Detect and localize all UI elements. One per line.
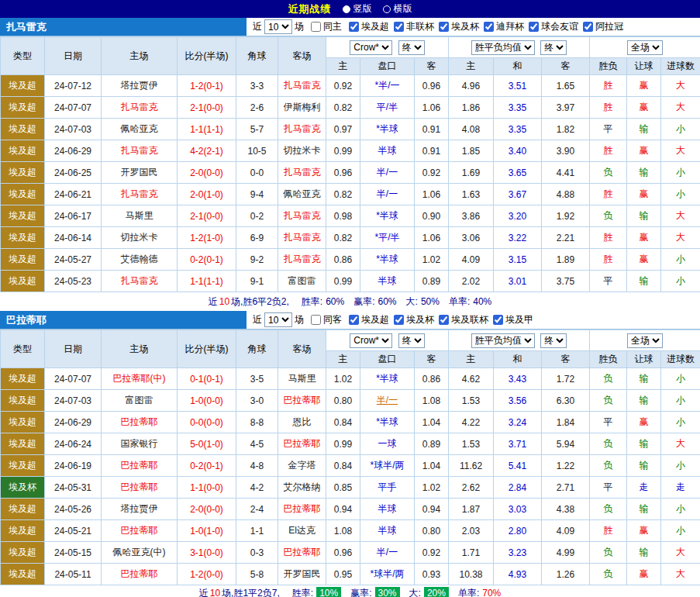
recent-count-select[interactable]: 10: [264, 19, 292, 34]
cell-home-team[interactable]: 扎马雷克: [102, 184, 178, 205]
cell-away-team[interactable]: 艾尔格纳: [278, 477, 326, 499]
cell-home-team[interactable]: 富图雷: [102, 390, 178, 412]
competition-checkbox[interactable]: [529, 22, 539, 32]
cell-away-team[interactable]: 切拉米卡: [278, 140, 326, 162]
cell-home-team[interactable]: 巴拉蒂耶: [102, 455, 178, 477]
same-venue-checkbox[interactable]: [311, 315, 321, 325]
cell-home-team[interactable]: 巴拉蒂耶(中): [102, 368, 178, 390]
stat-label: 大:: [409, 587, 421, 597]
cell-home-team[interactable]: 塔拉贾伊: [102, 499, 178, 520]
stat-value: 40%: [473, 296, 491, 307]
cell-away-team[interactable]: 恩比: [278, 412, 326, 433]
col-header-asia-away: 客: [415, 58, 449, 75]
cell-away-team[interactable]: 金字塔: [278, 455, 326, 477]
odds-stage-select[interactable]: 终: [398, 40, 425, 55]
cell-home-team[interactable]: 塔拉贾伊: [102, 75, 178, 97]
cell-score: 1-0(1-0): [178, 520, 236, 542]
competition-checkbox[interactable]: [394, 22, 404, 32]
cell-corner: 9-2: [236, 249, 278, 271]
cell-asia-home-odds: 0.98: [326, 205, 360, 227]
stat-label: 赢率:: [350, 587, 371, 597]
cell-home-team[interactable]: 马斯里: [102, 205, 178, 227]
odds-stage-select[interactable]: 终: [398, 333, 425, 348]
competition-filter[interactable]: 球会友谊: [524, 20, 578, 33]
competition-filter[interactable]: 埃及杯: [434, 20, 479, 33]
competition-checkbox[interactable]: [439, 315, 449, 325]
competition-checkbox[interactable]: [583, 22, 593, 32]
match-scope-select[interactable]: 全场: [627, 40, 663, 55]
bookmaker-select[interactable]: Crow*: [350, 333, 392, 348]
cell-home-team[interactable]: 国家银行: [102, 433, 178, 455]
competition-checkbox[interactable]: [349, 22, 359, 32]
cell-eu-home-odds: 3.86: [449, 205, 494, 227]
cell-eu-away-odds: 4.09: [542, 520, 590, 542]
competition-filter[interactable]: 埃及甲: [488, 313, 533, 326]
competition-filter[interactable]: 迪拜杯: [479, 20, 524, 33]
recent-count-select[interactable]: 10: [264, 312, 292, 327]
avg-stage-select[interactable]: 终: [540, 40, 567, 55]
competition-checkbox[interactable]: [394, 315, 404, 325]
cell-home-team[interactable]: 巴拉蒂耶: [102, 564, 178, 585]
cell-away-team[interactable]: 马斯里: [278, 368, 326, 390]
cell-away-team[interactable]: 扎马雷克: [278, 75, 326, 97]
cell-home-team[interactable]: 巴拉蒂耶: [102, 412, 178, 433]
cell-away-team[interactable]: 开罗国民: [278, 564, 326, 585]
cell-away-team[interactable]: 伊斯梅利: [278, 97, 326, 119]
col-header-goals: 进球数: [661, 58, 700, 75]
cell-home-team[interactable]: 巴拉蒂耶: [102, 477, 178, 499]
cell-home-team[interactable]: 切拉米卡: [102, 227, 178, 249]
cell-handicap: 半/一: [360, 390, 415, 412]
cell-away-team[interactable]: 扎马雷克: [278, 249, 326, 271]
cell-away-team[interactable]: 巴拉蒂耶: [278, 499, 326, 520]
cell-away-team[interactable]: 扎马雷克: [278, 227, 326, 249]
avg-stage-select[interactable]: 终: [540, 333, 567, 348]
cell-away-team[interactable]: 扎马雷克: [278, 162, 326, 184]
cell-away-team[interactable]: 佩哈亚克: [278, 184, 326, 205]
same-venue-filter[interactable]: 同主: [306, 20, 342, 33]
cell-eu-away-odds: 1.72: [542, 368, 590, 390]
avg-odds-select[interactable]: 胜平负均值: [471, 40, 535, 55]
competition-filter[interactable]: 埃及联杯: [434, 313, 488, 326]
match-scope-select[interactable]: 全场: [627, 333, 663, 348]
layout-radio-vertical[interactable]: 竖版: [343, 2, 372, 16]
bookmaker-select[interactable]: Crow*: [350, 40, 392, 55]
competition-filter[interactable]: 埃及杯: [389, 313, 434, 326]
cell-asia-home-odds: 0.84: [326, 455, 360, 477]
cell-goals: 小: [661, 412, 700, 433]
competition-filter[interactable]: 阿拉冠: [578, 20, 623, 33]
competition-checkbox[interactable]: [439, 22, 449, 32]
same-venue-filter[interactable]: 同客: [306, 313, 342, 326]
competition-filter[interactable]: 埃及超: [344, 313, 389, 326]
cell-home-team[interactable]: 艾德翰德: [102, 249, 178, 271]
competition-checkbox[interactable]: [349, 315, 359, 325]
cell-away-team[interactable]: El达克: [278, 520, 326, 542]
competition-checkbox[interactable]: [484, 22, 494, 32]
cell-eu-draw-odds: 3.03: [494, 499, 542, 520]
col-header-eu-away: 客: [542, 58, 590, 75]
layout-radio-horizontal[interactable]: 横版: [383, 2, 412, 16]
cell-home-team[interactable]: 佩哈亚克: [102, 119, 178, 140]
cell-away-team[interactable]: 巴拉蒂耶: [278, 433, 326, 455]
cell-eu-home-odds: 1.53: [449, 433, 494, 455]
stat-value: 60%: [326, 296, 344, 307]
cell-home-team[interactable]: 扎马雷克: [102, 97, 178, 119]
competition-filter[interactable]: 埃及超: [344, 20, 389, 33]
cell-eu-away-odds: 3.97: [542, 97, 590, 119]
competition-filter[interactable]: 非联杯: [389, 20, 434, 33]
cell-home-team[interactable]: 开罗国民: [102, 162, 178, 184]
col-header-eu-away: 客: [542, 351, 590, 368]
cell-home-team[interactable]: 扎马雷克: [102, 140, 178, 162]
cell-asia-home-odds: 0.96: [326, 162, 360, 184]
same-venue-checkbox[interactable]: [311, 22, 321, 32]
cell-home-team[interactable]: 巴拉蒂耶: [102, 520, 178, 542]
cell-away-team[interactable]: 巴拉蒂耶: [278, 390, 326, 412]
cell-home-team[interactable]: 佩哈亚克(中): [102, 542, 178, 564]
cell-away-team[interactable]: 富图雷: [278, 271, 326, 292]
cell-home-team[interactable]: 扎马雷克: [102, 271, 178, 292]
cell-away-team[interactable]: 扎马雷克: [278, 119, 326, 140]
competition-checkbox[interactable]: [493, 315, 503, 325]
cell-away-team[interactable]: 巴拉蒂耶: [278, 542, 326, 564]
avg-odds-select[interactable]: 胜平负均值: [471, 333, 535, 348]
cell-date: 24-07-07: [45, 97, 102, 119]
cell-away-team[interactable]: 扎马雷克: [278, 205, 326, 227]
